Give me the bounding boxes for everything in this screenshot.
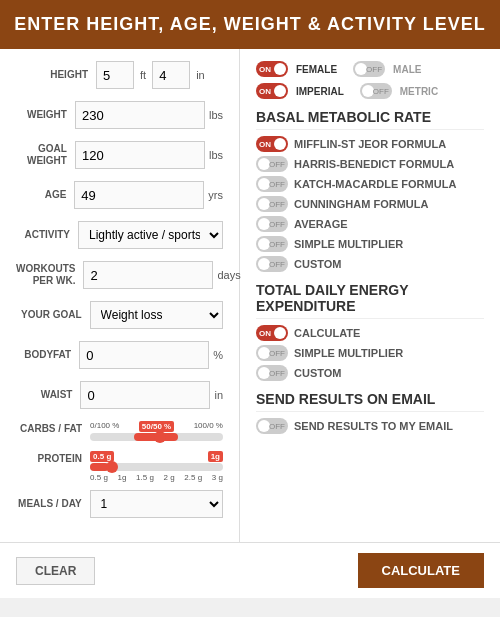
carbs-fat-label: CARBS / FAT [16,421,90,435]
formula7-off-text: OFF [269,260,285,269]
tdee3-off-text: OFF [269,369,285,378]
protein-scale-6: 3 g [212,473,223,482]
protein-slider-area: 0.5 g 1g 0.5 g 1g 1.5 g 2 g 2.5 g 3 g [90,451,223,482]
formula5-label: AVERAGE [294,218,348,230]
tdee2-label: SIMPLE MULTIPLIER [294,347,403,359]
tdee1-toggle[interactable]: ON [256,325,288,341]
formula5-toggle[interactable]: OFF [256,216,288,232]
carbs-marker-3: 100/0 % [194,421,223,432]
age-unit: yrs [208,189,223,201]
tdee-row-2: OFF SIMPLE MULTIPLIER [256,345,484,361]
tdee2-off-text: OFF [269,349,285,358]
bodyfat-input[interactable]: 0 [79,341,209,369]
email-toggle[interactable]: OFF [256,418,288,434]
goal-weight-unit: lbs [209,149,223,161]
tdee3-toggle[interactable]: OFF [256,365,288,381]
age-input[interactable]: 49 [74,181,204,209]
goal-weight-input[interactable]: 120 [75,141,205,169]
height-ft-input[interactable]: 5 [96,61,134,89]
formula3-toggle[interactable]: OFF [256,176,288,192]
tdee2-toggle[interactable]: OFF [256,345,288,361]
carbs-marker-2: 50/50 % [139,421,174,432]
formula-row-5: OFF AVERAGE [256,216,484,232]
formula4-off-text: OFF [269,200,285,209]
footer: CLEAR CALCULATE [0,542,500,598]
clear-button[interactable]: CLEAR [16,557,95,585]
formula1-knob [274,138,286,150]
tdee-title: TOTAL DAILY ENERGY EXPENDITURE [256,282,484,319]
carbs-track[interactable] [90,433,223,441]
formula5-off-text: OFF [269,220,285,229]
formula-row-4: OFF CUNNINGHAM FORMULA [256,196,484,212]
unit-row: ON IMPERIAL OFF METRIC [256,83,484,99]
weight-unit: lbs [209,109,223,121]
meals-label: MEALS / DAY [16,498,90,510]
protein-track[interactable] [90,463,223,471]
height-in-input[interactable]: 4 [152,61,190,89]
protein-scale-3: 1.5 g [136,473,154,482]
protein-scale-4: 2 g [164,473,175,482]
tdee3-label: CUSTOM [294,367,341,379]
tdee-row-3: OFF CUSTOM [256,365,484,381]
email-title: SEND RESULTS ON EMAIL [256,391,484,412]
imperial-toggle[interactable]: ON [256,83,288,99]
formula3-label: KATCH-MACARDLE FORMULA [294,178,456,190]
carbs-marker-1: 0/100 % [90,421,119,432]
formula-row-3: OFF KATCH-MACARDLE FORMULA [256,176,484,192]
imperial-label: IMPERIAL [296,86,344,97]
waist-unit: in [214,389,223,401]
imperial-toggle-knob [274,85,286,97]
formula7-toggle[interactable]: OFF [256,256,288,272]
waist-label: WAIST [16,389,80,401]
male-toggle[interactable]: OFF [353,61,385,77]
workouts-label: WORKOUTS PER WK. [16,263,83,287]
imperial-on-text: ON [259,87,271,96]
formula6-label: SIMPLE MULTIPLIER [294,238,403,250]
waist-input[interactable]: 0 [80,381,210,409]
formula2-off-text: OFF [269,160,285,169]
formula4-label: CUNNINGHAM FORMULA [294,198,428,210]
formula1-toggle[interactable]: ON [256,136,288,152]
activity-select[interactable]: Lightly active / sports 1 [78,221,223,249]
goal-select[interactable]: Weight loss [90,301,223,329]
bodyfat-unit: % [213,349,223,361]
formula-row-2: OFF HARRIS-BENEDICT FORMULA [256,156,484,172]
tdee1-knob [274,327,286,339]
page-title: ENTER HEIGHT, AGE, WEIGHT & ACTIVITY LEV… [0,0,500,49]
bmr-section: BASAL METABOLIC RATE ON MIFFLIN-ST JEOR … [256,109,484,272]
tdee1-label: CALCULATE [294,327,360,339]
gender-row: ON FEMALE OFF MALE [256,61,484,77]
formula3-off-text: OFF [269,180,285,189]
protein-scale-5: 2.5 g [184,473,202,482]
formula-row-7: OFF CUSTOM [256,256,484,272]
female-toggle-knob [274,63,286,75]
formula2-label: HARRIS-BENEDICT FORMULA [294,158,454,170]
weight-label: WEIGHT [16,109,75,121]
weight-input[interactable]: 230 [75,101,205,129]
formula6-off-text: OFF [269,240,285,249]
calculate-button[interactable]: CALCULATE [358,553,484,588]
male-off-text: OFF [366,65,382,74]
metric-toggle[interactable]: OFF [360,83,392,99]
email-row: OFF SEND RESULTS TO MY EMAIL [256,418,484,434]
email-label: SEND RESULTS TO MY EMAIL [294,420,453,432]
workouts-input[interactable]: 2 [83,261,213,289]
bmr-title: BASAL METABOLIC RATE [256,109,484,130]
formula2-toggle[interactable]: OFF [256,156,288,172]
protein-marker-2: 1g [208,451,223,462]
carbs-markers: 0/100 % 50/50 % 100/0 % [90,421,223,432]
formula1-on-text: ON [259,140,271,149]
meals-select[interactable]: 1 [90,490,223,518]
goal-label: YOUR GOAL [16,309,90,321]
protein-thumb[interactable] [106,461,118,473]
carbs-fat-slider-area: 0/100 % 50/50 % 100/0 % [90,421,223,443]
formula4-toggle[interactable]: OFF [256,196,288,212]
metric-off-text: OFF [373,87,389,96]
female-toggle[interactable]: ON [256,61,288,77]
formula1-label: MIFFLIN-ST JEOR FORMULA [294,138,446,150]
protein-scale-2: 1g [118,473,127,482]
protein-scale: 0.5 g 1g 1.5 g 2 g 2.5 g 3 g [90,473,223,482]
carbs-thumb[interactable] [154,431,166,443]
formula6-toggle[interactable]: OFF [256,236,288,252]
height-inputs: 5 ft 4 in [96,61,205,89]
